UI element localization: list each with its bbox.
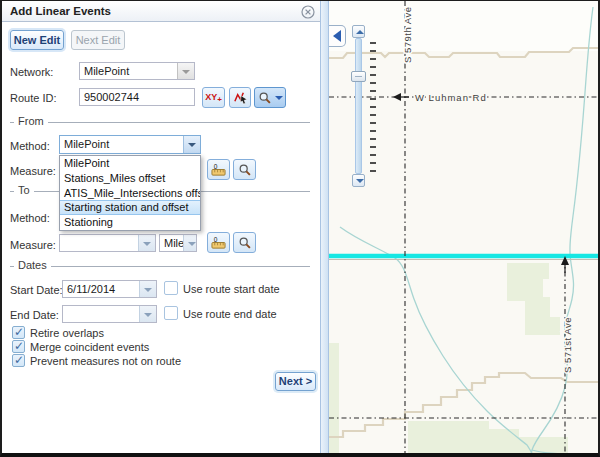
from-method-select[interactable]: MilePoint [59, 135, 201, 154]
dropdown-option[interactable]: MilePoint [60, 156, 200, 171]
to-measure-search-button[interactable] [233, 232, 256, 253]
chevron-down-icon [275, 96, 283, 100]
network-label: Network: [10, 66, 53, 78]
zoom-out-button[interactable] [352, 174, 365, 187]
app-window: Add Linear Events New Edit Next Edit Net… [0, 0, 600, 457]
retire-overlaps-checkbox[interactable] [12, 326, 25, 339]
dropdown-option[interactable]: Stations_Miles offset [60, 171, 200, 186]
next-edit-button[interactable]: Next Edit [71, 30, 125, 50]
from-method-label: Method: [10, 140, 50, 152]
add-linear-events-panel: Add Linear Events New Edit Next Edit Net… [2, 1, 320, 453]
close-icon[interactable] [301, 5, 315, 19]
retire-overlaps-label: Retire overlaps [30, 327, 104, 339]
to-measure-select[interactable] [59, 234, 156, 252]
to-method-label: Method: [10, 212, 50, 224]
collapse-panel-button[interactable] [329, 25, 346, 47]
chevron-left-icon [333, 30, 341, 42]
use-route-start-date-checkbox[interactable] [164, 281, 178, 295]
search-icon [238, 163, 252, 177]
search-icon [258, 91, 272, 105]
panel-header: Add Linear Events [2, 1, 320, 22]
start-date-label: Start Date: [10, 284, 63, 296]
chevron-down-icon[interactable] [183, 235, 196, 251]
ruler-icon: 0 [210, 235, 227, 250]
next-button[interactable]: Next > [275, 372, 316, 391]
chevron-down-icon[interactable] [183, 136, 200, 153]
chevron-down-icon[interactable] [139, 281, 156, 297]
ruler-icon: 0 [210, 162, 227, 177]
from-measure-search-button[interactable] [233, 159, 256, 180]
dropdown-option[interactable]: ATIS_Mile_Intersections offset [60, 186, 200, 201]
zoom-slider-handle[interactable] [351, 71, 366, 82]
to-measure-label: Measure: [10, 239, 56, 251]
from-section-divider: From [10, 122, 310, 123]
start-date-select[interactable]: 6/11/2014 [62, 280, 157, 298]
from-measure-label: Measure: [10, 165, 56, 177]
road-label-vertical-right: S 571st Ave [562, 317, 573, 373]
end-date-select[interactable] [62, 305, 157, 323]
new-edit-button[interactable]: New Edit [10, 30, 64, 50]
use-route-end-date-label: Use route end date [183, 308, 277, 320]
select-route-icon [233, 90, 248, 105]
route-id-label: Route ID: [10, 92, 56, 104]
use-route-end-date-checkbox[interactable] [164, 306, 178, 320]
dates-section-divider: Dates [10, 266, 310, 267]
method-dropdown-list: MilePoint Stations_Miles offset ATIS_Mil… [59, 155, 201, 231]
xy-icon: XY+ [205, 92, 222, 104]
prevent-measures-label: Prevent measures not on route [30, 355, 181, 367]
svg-text:0: 0 [214, 163, 218, 170]
route-id-input[interactable]: 950002744 [79, 88, 195, 106]
road-label-horizontal: W Luhman Rd [415, 92, 487, 103]
zoom-in-button[interactable] [352, 25, 365, 38]
end-date-label: End Date: [10, 309, 59, 321]
to-units-select[interactable]: Miles [159, 234, 197, 252]
road-label-vertical-top: S 579th Ave [402, 6, 413, 63]
xy-coordinates-button[interactable]: XY+ [202, 87, 225, 108]
use-route-start-date-label: Use route start date [183, 283, 280, 295]
merge-coincident-events-label: Merge coincident events [30, 341, 149, 353]
to-measure-tool-button[interactable]: 0 [207, 232, 230, 253]
network-select[interactable]: MilePoint [79, 62, 195, 80]
svg-text:0: 0 [214, 236, 218, 243]
select-route-on-map-button[interactable] [229, 87, 251, 108]
map-viewport[interactable]: W Luhman Rd S 579th Ave S 571st Ave [329, 1, 598, 453]
merge-coincident-events-checkbox[interactable] [12, 340, 25, 353]
map-canvas: W Luhman Rd S 579th Ave S 571st Ave [329, 1, 598, 453]
chevron-down-icon[interactable] [177, 63, 194, 79]
chevron-down-icon[interactable] [138, 235, 155, 251]
from-measure-tool-button[interactable]: 0 [207, 159, 230, 180]
chevron-down-icon[interactable] [139, 306, 156, 322]
panel-title: Add Linear Events [10, 1, 111, 22]
panel-map-splitter[interactable] [320, 1, 329, 453]
prevent-measures-checkbox[interactable] [12, 354, 25, 367]
search-icon [238, 236, 252, 250]
zoom-slider-track[interactable] [355, 38, 362, 174]
route-search-dropdown-button[interactable] [254, 87, 286, 108]
dropdown-option-highlighted[interactable]: Starting station and offset [60, 200, 200, 215]
dropdown-option[interactable]: Stationing [60, 215, 200, 230]
